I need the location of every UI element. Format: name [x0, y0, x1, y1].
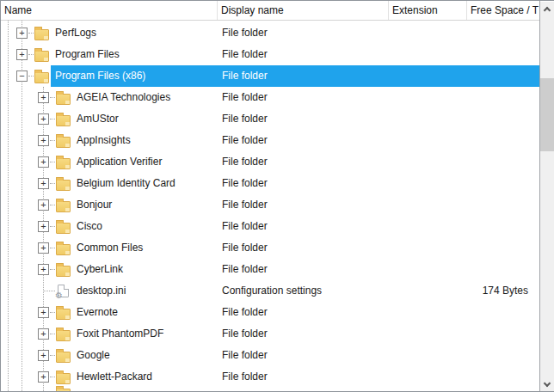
- folder-icon: [56, 352, 71, 363]
- folder-icon: [56, 266, 71, 277]
- tree-row[interactable]: + ⚙ CyberLink File folder: [1, 259, 539, 280]
- folder-icon: [34, 29, 49, 40]
- row-name-label: AGEIA Technologies: [77, 87, 170, 108]
- tree-row[interactable]: + ⚙ AmUStor File folder: [1, 108, 539, 130]
- scroll-down-button[interactable]: [540, 377, 554, 392]
- expand-toggle[interactable]: +: [38, 221, 49, 232]
- folder-icon: [56, 389, 71, 391]
- tree-connector-line: [28, 33, 34, 34]
- column-header-display[interactable]: Display name: [218, 1, 389, 20]
- tree-connector-line: [28, 54, 34, 55]
- row-display-name: File folder: [222, 259, 268, 280]
- folder-icon: [56, 244, 71, 255]
- ini-file-icon: ⚙: [58, 285, 69, 297]
- row-name-label: AmUStor: [77, 108, 119, 130]
- tree-row[interactable]: + ⚙ PerfLogs File folder: [1, 22, 539, 44]
- tree-row[interactable]: + ⚙ Cisco File folder: [1, 216, 539, 237]
- row-display-name: File folder: [222, 87, 268, 108]
- folder-icon: [34, 51, 49, 62]
- tree-connector-line: [50, 183, 55, 184]
- gear-icon: ⚙: [55, 291, 63, 300]
- expand-toggle[interactable]: +: [38, 156, 49, 168]
- expand-toggle[interactable]: +: [16, 28, 28, 39]
- tree-connector-line: [50, 97, 55, 98]
- expand-toggle[interactable]: +: [38, 350, 49, 361]
- row-size-value: 174 Bytes: [448, 280, 528, 302]
- row-name-label: AppInsights: [77, 130, 131, 151]
- row-display-name: File folder: [222, 44, 268, 65]
- column-header-extension[interactable]: Extension: [389, 1, 467, 20]
- folder-icon: [56, 309, 71, 320]
- tree-list: Name Display name Extension Free Space /…: [1, 1, 540, 391]
- folder-icon: [56, 223, 71, 234]
- row-display-name: File folder: [222, 194, 268, 216]
- tree-connector-line: [50, 269, 55, 270]
- tree-connector-line: [50, 377, 55, 377]
- tree-connector-line: [50, 162, 55, 162]
- row-name-label: Belgium Identity Card: [77, 173, 175, 194]
- row-display-name: File folder: [222, 323, 268, 345]
- expand-toggle[interactable]: +: [38, 135, 49, 146]
- chevron-up-icon: [544, 7, 551, 14]
- tree-row[interactable]: + ⚙ Application Verifier File folder: [1, 151, 539, 173]
- tree-row[interactable]: + ⚙ Common Files File folder: [1, 237, 539, 259]
- expand-toggle[interactable]: +: [38, 199, 49, 211]
- expand-toggle[interactable]: +: [16, 49, 28, 60]
- expand-toggle[interactable]: +: [38, 307, 49, 318]
- tree-row[interactable]: + ⚙ Evernote File folder: [1, 302, 539, 323]
- tree-connector-line: [50, 312, 55, 313]
- row-display-name: File folder: [222, 22, 268, 44]
- column-header-name[interactable]: Name: [1, 1, 218, 20]
- expand-toggle[interactable]: +: [38, 371, 49, 383]
- folder-icon: [56, 373, 71, 384]
- tree-connector-line: [44, 291, 55, 291]
- row-display-name: File folder: [222, 216, 268, 237]
- row-name-label: Cisco: [77, 216, 102, 237]
- expand-toggle[interactable]: +: [38, 113, 49, 125]
- tree-row[interactable]: ⚙: [1, 388, 539, 391]
- row-name-label: PerfLogs: [55, 22, 96, 44]
- folder-icon: [56, 330, 71, 341]
- row-display-name: File folder: [222, 366, 268, 388]
- expand-toggle[interactable]: +: [38, 328, 49, 340]
- scrollbar-thumb[interactable]: [540, 78, 554, 151]
- row-display-name: File folder: [222, 173, 268, 194]
- scroll-up-button[interactable]: [540, 2, 554, 16]
- expand-toggle[interactable]: +: [38, 264, 49, 275]
- row-display-name: File folder: [222, 302, 268, 323]
- vertical-scrollbar[interactable]: [540, 2, 554, 392]
- tree-row[interactable]: + ⚙ Bonjour File folder: [1, 194, 539, 216]
- folder-icon: [56, 115, 71, 126]
- expand-toggle[interactable]: +: [38, 178, 49, 189]
- row-name-label: Google: [77, 345, 110, 366]
- tree-row[interactable]: − ⚙ Program Files (x86) File folder: [1, 65, 539, 87]
- expand-toggle[interactable]: −: [16, 70, 28, 82]
- chevron-down-icon: [544, 380, 551, 387]
- folder-icon: [56, 180, 71, 191]
- tree-rows-container: + ⚙ PerfLogs File folder + ⚙ Program Fil…: [1, 21, 539, 391]
- row-name-label: Common Files: [77, 237, 143, 259]
- tree-row[interactable]: + ⚙ Google File folder: [1, 345, 539, 366]
- tree-connector-line: [50, 334, 55, 334]
- row-name-label: Foxit PhantomPDF: [77, 323, 163, 345]
- tree-row[interactable]: + ⚙ Program Files File folder: [1, 44, 539, 65]
- folder-icon: [56, 94, 71, 105]
- tree-row[interactable]: ⚙ desktop.ini Configuration settings 174…: [1, 280, 539, 302]
- row-name-label: Evernote: [77, 302, 118, 323]
- row-name-label: Program Files: [55, 44, 120, 65]
- expand-toggle[interactable]: +: [38, 242, 49, 254]
- folder-icon: [34, 72, 49, 83]
- tree-row[interactable]: + ⚙ Hewlett-Packard File folder: [1, 366, 539, 388]
- tree-row[interactable]: + ⚙ Foxit PhantomPDF File folder: [1, 323, 539, 345]
- tree-connector-line: [50, 248, 55, 248]
- folder-icon: [56, 201, 71, 212]
- folder-icon: [56, 158, 71, 169]
- row-display-name: File folder: [222, 151, 268, 173]
- tree-row[interactable]: + ⚙ Belgium Identity Card File folder: [1, 173, 539, 194]
- tree-row[interactable]: + ⚙ AGEIA Technologies File folder: [1, 87, 539, 108]
- expand-toggle[interactable]: +: [38, 92, 49, 103]
- tree-connector-line: [50, 355, 55, 356]
- column-header-row: Name Display name Extension Free Space /…: [1, 1, 539, 21]
- tree-row[interactable]: + ⚙ AppInsights File folder: [1, 130, 539, 151]
- column-header-freespace[interactable]: Free Space / T: [467, 1, 539, 20]
